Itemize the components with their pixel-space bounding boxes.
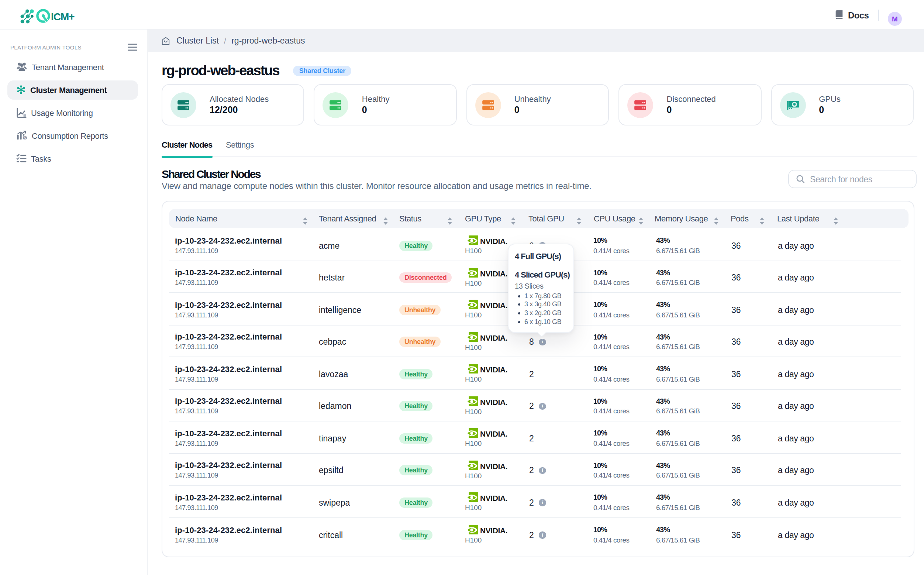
svg-text:NVIDIA.: NVIDIA. — [480, 462, 507, 470]
svg-text:NVIDIA.: NVIDIA. — [480, 301, 507, 309]
svg-text:NVIDIA.: NVIDIA. — [480, 494, 507, 502]
svg-text:ICM+: ICM+ — [51, 11, 75, 22]
svg-text:NVIDIA.: NVIDIA. — [480, 430, 507, 438]
svg-text:NVIDIA.: NVIDIA. — [480, 526, 507, 534]
svg-text:NVIDIA.: NVIDIA. — [480, 333, 507, 342]
svg-text:NVIDIA.: NVIDIA. — [480, 269, 507, 277]
svg-text:NVIDIA.: NVIDIA. — [480, 237, 507, 245]
svg-text:NVIDIA.: NVIDIA. — [480, 365, 507, 373]
svg-text:$: $ — [24, 135, 26, 140]
svg-text:NVIDIA.: NVIDIA. — [480, 397, 507, 406]
